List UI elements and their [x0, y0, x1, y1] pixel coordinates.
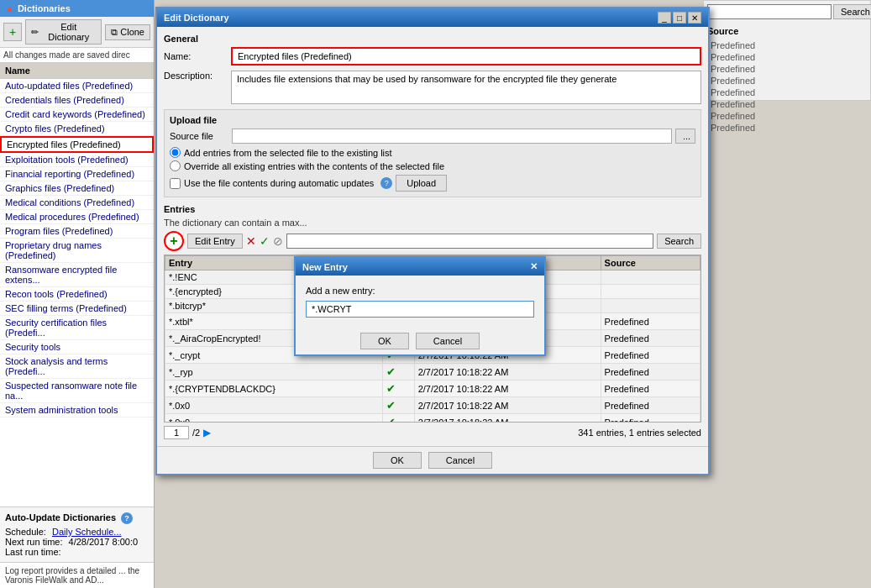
- dict-item[interactable]: System administration tools: [0, 403, 154, 417]
- dict-item[interactable]: Security certification files (Predefi...: [0, 316, 154, 340]
- modal-controls: _ □ ✕: [658, 12, 701, 24]
- source-cell: Predefined: [601, 381, 700, 397]
- table-row[interactable]: *.{CRYPTENDBLACKDC} ✔ 2/7/2017 10:18:22 …: [165, 381, 700, 397]
- new-entry-body: Add a new entry:: [296, 276, 544, 328]
- new-entry-close-button[interactable]: ✕: [530, 261, 538, 272]
- edit-dict-modal: Edit Dictionary _ □ ✕ General Name: Desc…: [155, 7, 710, 475]
- date-cell: 2/7/2017 10:18:22 AM: [414, 414, 601, 423]
- new-entry-title: New Entry: [302, 262, 348, 272]
- auto-update-section: Auto-Update Dictionaries ? Schedule: Dai…: [0, 507, 154, 562]
- dict-item[interactable]: Graphics files (Predefined): [0, 181, 154, 196]
- dict-item[interactable]: Exploitation tools (Predefined): [0, 153, 154, 167]
- new-entry-input[interactable]: [306, 301, 534, 318]
- entries-search-input[interactable]: [286, 234, 653, 249]
- dict-item[interactable]: Ransomware encrypted file extens...: [0, 263, 154, 287]
- source-item: Predefined: [707, 39, 867, 51]
- entry-cell: *.0x0: [165, 414, 383, 423]
- deny-entry-button[interactable]: ⊘: [273, 234, 283, 248]
- delete-entry-button[interactable]: ✕: [246, 234, 256, 248]
- last-run-row: Last run time:: [5, 547, 149, 557]
- source-file-input[interactable]: [232, 129, 672, 144]
- approve-entry-button[interactable]: ✓: [260, 234, 270, 248]
- minimize-button[interactable]: _: [658, 12, 671, 24]
- clone-dictionary-button[interactable]: ⧉ Clone: [105, 24, 150, 40]
- dict-item[interactable]: Medical procedures (Predefined): [0, 210, 154, 224]
- source-cell: Predefined: [601, 397, 700, 414]
- left-toolbar: + ✏ Edit Dictionary ⧉ Clone: [0, 17, 154, 48]
- page-nav: /2 ▶: [164, 426, 211, 439]
- dict-item[interactable]: Program files (Predefined): [0, 224, 154, 239]
- new-entry-cancel-button[interactable]: Cancel: [416, 333, 480, 349]
- new-entry-ok-button[interactable]: OK: [360, 333, 409, 349]
- dict-item[interactable]: Proprietary drug names (Predefined): [0, 239, 154, 263]
- search-input[interactable]: [707, 4, 832, 19]
- name-input[interactable]: [231, 47, 701, 66]
- schedule-link[interactable]: Daily Schedule...: [52, 527, 122, 537]
- close-button[interactable]: ✕: [688, 12, 701, 24]
- table-row[interactable]: *.0x0 ✔ 2/7/2017 10:18:22 AM Predefined: [165, 414, 700, 423]
- check-cell: ✔: [382, 414, 414, 423]
- add-dictionary-button[interactable]: +: [3, 23, 22, 41]
- dict-item[interactable]: Stock analysis and terms (Predefi...: [0, 354, 154, 379]
- dict-item[interactable]: Financial reporting (Predefined): [0, 167, 154, 181]
- dict-item[interactable]: Crypto files (Predefined): [0, 122, 154, 136]
- new-entry-label: Add a new entry:: [306, 286, 534, 296]
- entries-title: Entries: [164, 204, 701, 214]
- entries-note: The dictionary can contain a max...: [164, 218, 701, 228]
- edit-dictionary-button[interactable]: ✏ Edit Dictionary: [25, 19, 102, 45]
- info-icon[interactable]: ?: [121, 512, 133, 524]
- dict-item[interactable]: Credit card keywords (Predefined): [0, 108, 154, 122]
- dict-item[interactable]: Encrypted files (Predefined): [0, 136, 154, 153]
- page-input[interactable]: [164, 426, 189, 439]
- add-entry-button[interactable]: +: [164, 231, 184, 251]
- dictionaries-header: ▲ Dictionaries: [0, 0, 154, 17]
- description-label: Description:: [164, 71, 231, 81]
- modal-footer: OK Cancel: [157, 446, 708, 474]
- ok-button[interactable]: OK: [373, 452, 422, 469]
- entries-summary: 341 entries, 1 entries selected: [578, 428, 701, 438]
- auto-update-checkbox-row: Use the file contents during automatic u…: [170, 175, 695, 192]
- source-item: Predefined: [707, 75, 867, 87]
- date-cell: 2/7/2017 10:18:22 AM: [414, 381, 601, 397]
- entries-search-button[interactable]: Search: [657, 234, 701, 249]
- description-row: Description:: [164, 71, 701, 104]
- source-file-label: Source file: [170, 131, 228, 141]
- auto-update-checkbox[interactable]: [170, 178, 181, 189]
- dict-item[interactable]: Suspected ransomware note file na...: [0, 379, 154, 403]
- entry-cell: *.{CRYPTENDBLACKDC}: [165, 381, 383, 397]
- source-label: Source: [707, 23, 867, 36]
- source-cell: [601, 299, 700, 313]
- new-entry-titlebar: New Entry ✕: [296, 258, 544, 276]
- edit-entry-button[interactable]: Edit Entry: [187, 234, 243, 249]
- radio-add-option: Add entries from the selected file to th…: [170, 147, 695, 158]
- dict-item[interactable]: Credentials files (Predefined): [0, 93, 154, 108]
- maximize-button[interactable]: □: [673, 12, 686, 24]
- dict-item[interactable]: SEC filling terms (Predefined): [0, 302, 154, 316]
- auto-update-title: Auto-Update Dictionaries ?: [5, 512, 149, 524]
- description-input[interactable]: [231, 71, 701, 104]
- radio-override[interactable]: [170, 160, 181, 171]
- source-cell: Predefined: [601, 364, 700, 381]
- modal-title: Edit Dictionary: [164, 13, 229, 23]
- dict-item[interactable]: Security tools: [0, 340, 154, 354]
- source-item: Predefined: [707, 87, 867, 98]
- dict-item[interactable]: Auto-updated files (Predefined): [0, 79, 154, 93]
- table-row[interactable]: *.0x0 ✔ 2/7/2017 10:18:22 AM Predefined: [165, 397, 700, 414]
- clone-icon: ⧉: [111, 27, 118, 38]
- auto-update-info-icon[interactable]: ?: [380, 177, 392, 189]
- search-button[interactable]: Search: [833, 4, 871, 19]
- schedule-row: Schedule: Daily Schedule...: [5, 527, 149, 537]
- edit-icon: ✏: [31, 27, 39, 38]
- source-item: Predefined: [707, 63, 867, 75]
- dict-list: Auto-updated files (Predefined)Credentia…: [0, 79, 154, 507]
- radio-add[interactable]: [170, 147, 181, 158]
- table-row[interactable]: *._ryp ✔ 2/7/2017 10:18:22 AM Predefined: [165, 364, 700, 381]
- cancel-button[interactable]: Cancel: [428, 452, 492, 469]
- pagination-row: /2 ▶ 341 entries, 1 entries selected: [164, 426, 701, 439]
- upload-button[interactable]: Upload: [396, 175, 447, 192]
- next-page-button[interactable]: ▶: [203, 427, 211, 438]
- dict-item[interactable]: Recon tools (Predefined): [0, 287, 154, 302]
- dict-item[interactable]: Medical conditions (Predefined): [0, 196, 154, 210]
- source-cell: Predefined: [601, 414, 700, 423]
- browse-button[interactable]: ...: [675, 129, 695, 144]
